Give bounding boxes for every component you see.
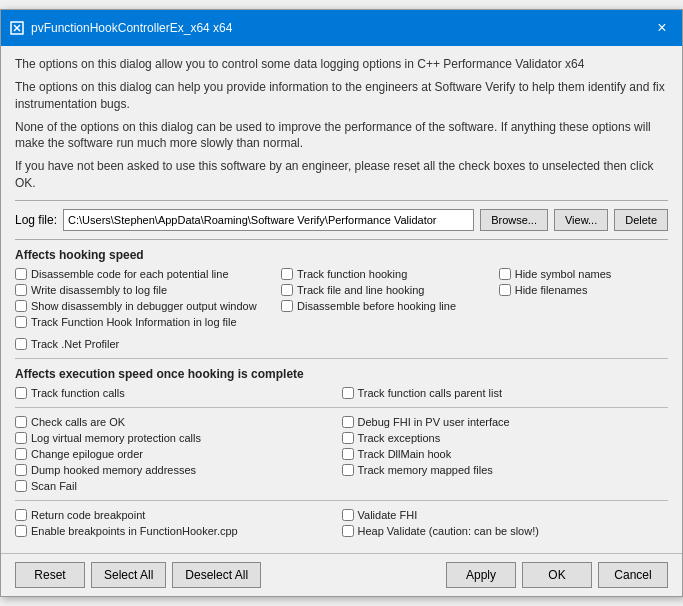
info-text-3: None of the options on this dialog can b… <box>15 119 668 153</box>
chk-change-epilogue-label: Change epilogue order <box>31 448 143 460</box>
deselect-all-button[interactable]: Deselect All <box>172 562 261 588</box>
chk-debug-fhi-label: Debug FHI in PV user interface <box>358 416 510 428</box>
divider-2 <box>15 239 668 240</box>
chk-show-disassembly[interactable] <box>15 300 27 312</box>
chk-hide-filenames-label: Hide filenames <box>515 284 588 296</box>
select-all-button[interactable]: Select All <box>91 562 166 588</box>
chk-log-virtual-memory-item: Log virtual memory protection calls <box>15 430 342 446</box>
chk-track-function-calls-parent[interactable] <box>342 387 354 399</box>
execution-speed-section: Affects execution speed once hooking is … <box>15 367 668 494</box>
chk-hide-symbol-names-label: Hide symbol names <box>515 268 612 280</box>
chk-track-function-hook-info-label: Track Function Hook Information in log f… <box>31 316 237 328</box>
exec-col2: Debug FHI in PV user interface Track exc… <box>342 414 669 494</box>
ok-button[interactable]: OK <box>522 562 592 588</box>
chk-disassemble-before-hooking[interactable] <box>281 300 293 312</box>
chk-change-epilogue[interactable] <box>15 448 27 460</box>
chk-check-calls-ok[interactable] <box>15 416 27 428</box>
chk-change-epilogue-item: Change epilogue order <box>15 446 342 462</box>
chk-hide-filenames-item: Hide filenames <box>499 282 668 298</box>
title-bar-left: pvFunctionHookControllerEx_x64 x64 <box>9 20 232 36</box>
chk-track-function-hooking[interactable] <box>281 268 293 280</box>
chk-track-dllmain[interactable] <box>342 448 354 460</box>
chk-heap-validate-label: Heap Validate (caution: can be slow!) <box>358 525 539 537</box>
hooking-speed-section: Affects hooking speed Disassemble code f… <box>15 248 668 352</box>
chk-track-exceptions[interactable] <box>342 432 354 444</box>
close-button[interactable]: × <box>650 16 674 40</box>
chk-validate-fhi-label: Validate FHI <box>358 509 418 521</box>
chk-check-calls-ok-item: Check calls are OK <box>15 414 342 430</box>
info-text-2: The options on this dialog can help you … <box>15 79 668 113</box>
chk-hide-symbol-names[interactable] <box>499 268 511 280</box>
chk-track-function-calls-item: Track function calls <box>15 385 342 401</box>
exec-col1: Check calls are OK Log virtual memory pr… <box>15 414 342 494</box>
log-file-input[interactable] <box>63 209 474 231</box>
log-file-label: Log file: <box>15 213 57 227</box>
chk-track-file-line-hooking-item: Track file and line hooking <box>281 282 499 298</box>
chk-hide-symbol-names-item: Hide symbol names <box>499 266 668 282</box>
divider-5 <box>15 500 668 501</box>
chk-check-calls-ok-label: Check calls are OK <box>31 416 125 428</box>
chk-write-disassembly[interactable] <box>15 284 27 296</box>
chk-track-function-hook-info[interactable] <box>15 316 27 328</box>
chk-scan-fail-item: Scan Fail <box>15 478 342 494</box>
chk-return-code-breakpoint[interactable] <box>15 509 27 521</box>
chk-track-function-calls[interactable] <box>15 387 27 399</box>
exec-row1-col2: Track function calls parent list <box>342 385 669 401</box>
browse-button[interactable]: Browse... <box>480 209 548 231</box>
info-text-1: The options on this dialog allow you to … <box>15 56 668 73</box>
chk-log-virtual-memory-label: Log virtual memory protection calls <box>31 432 201 444</box>
chk-track-net-profiler[interactable] <box>15 338 27 350</box>
hooking-col3: Hide symbol names Hide filenames <box>499 266 668 352</box>
footer-right-buttons: Apply OK Cancel <box>446 562 668 588</box>
breakpoints-cols: Return code breakpoint Enable breakpoint… <box>15 507 668 539</box>
chk-track-function-calls-parent-label: Track function calls parent list <box>358 387 502 399</box>
chk-track-memory-mapped[interactable] <box>342 464 354 476</box>
log-file-row: Log file: Browse... View... Delete <box>15 209 668 231</box>
chk-debug-fhi[interactable] <box>342 416 354 428</box>
dialog-footer: Reset Select All Deselect All Apply OK C… <box>1 553 682 596</box>
chk-heap-validate[interactable] <box>342 525 354 537</box>
chk-heap-validate-item: Heap Validate (caution: can be slow!) <box>342 523 669 539</box>
chk-track-net-profiler-item: Track .Net Profiler <box>15 336 281 352</box>
divider-4 <box>15 407 668 408</box>
breakpoints-col1: Return code breakpoint Enable breakpoint… <box>15 507 342 539</box>
view-button[interactable]: View... <box>554 209 608 231</box>
chk-track-function-hook-info-item: Track Function Hook Information in log f… <box>15 314 281 330</box>
chk-return-code-breakpoint-item: Return code breakpoint <box>15 507 342 523</box>
chk-track-dllmain-label: Track DllMain hook <box>358 448 452 460</box>
chk-debug-fhi-item: Debug FHI in PV user interface <box>342 414 669 430</box>
chk-dump-hooked-memory[interactable] <box>15 464 27 476</box>
chk-track-file-line-hooking[interactable] <box>281 284 293 296</box>
chk-enable-breakpoints[interactable] <box>15 525 27 537</box>
footer-left-buttons: Reset Select All Deselect All <box>15 562 261 588</box>
delete-button[interactable]: Delete <box>614 209 668 231</box>
chk-validate-fhi[interactable] <box>342 509 354 521</box>
chk-show-disassembly-label: Show disassembly in debugger output wind… <box>31 300 257 312</box>
chk-disassemble-code[interactable] <box>15 268 27 280</box>
execution-row1: Track function calls Track function call… <box>15 385 668 401</box>
chk-log-virtual-memory[interactable] <box>15 432 27 444</box>
chk-enable-breakpoints-item: Enable breakpoints in FunctionHooker.cpp <box>15 523 342 539</box>
chk-track-function-hooking-item: Track function hooking <box>281 266 499 282</box>
chk-disassemble-before-hooking-item: Disassemble before hooking line <box>281 298 499 314</box>
chk-track-exceptions-item: Track exceptions <box>342 430 669 446</box>
apply-button[interactable]: Apply <box>446 562 516 588</box>
chk-track-memory-mapped-label: Track memory mapped files <box>358 464 493 476</box>
dialog-content: The options on this dialog allow you to … <box>1 46 682 553</box>
breakpoints-col2: Validate FHI Heap Validate (caution: can… <box>342 507 669 539</box>
chk-disassemble-code-item: Disassemble code for each potential line <box>15 266 281 282</box>
title-bar: pvFunctionHookControllerEx_x64 x64 × <box>1 10 682 46</box>
chk-disassemble-code-label: Disassemble code for each potential line <box>31 268 229 280</box>
chk-scan-fail[interactable] <box>15 480 27 492</box>
cancel-button[interactable]: Cancel <box>598 562 668 588</box>
chk-return-code-breakpoint-label: Return code breakpoint <box>31 509 145 521</box>
dialog-window: pvFunctionHookControllerEx_x64 x64 × The… <box>0 9 683 597</box>
hooking-speed-title: Affects hooking speed <box>15 248 668 262</box>
chk-track-net-profiler-label: Track .Net Profiler <box>31 338 119 350</box>
reset-button[interactable]: Reset <box>15 562 85 588</box>
chk-track-memory-mapped-item: Track memory mapped files <box>342 462 669 478</box>
chk-track-exceptions-label: Track exceptions <box>358 432 441 444</box>
chk-hide-filenames[interactable] <box>499 284 511 296</box>
dialog-title: pvFunctionHookControllerEx_x64 x64 <box>31 21 232 35</box>
net-profiler-row: Track .Net Profiler <box>15 336 281 352</box>
